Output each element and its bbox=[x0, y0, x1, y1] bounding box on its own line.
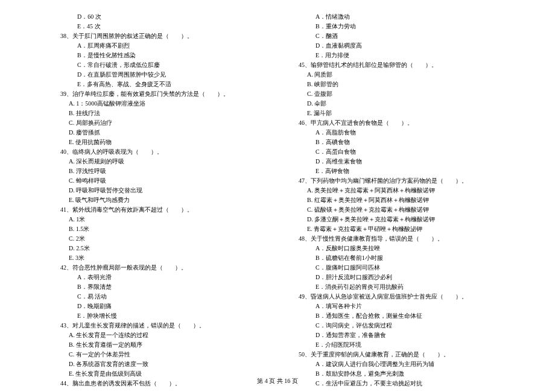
question-line: 48、关于慢性胃炎健康教育指导，错误的是（ ）。 bbox=[299, 234, 519, 244]
option-line: B．重体力劳动 bbox=[299, 22, 519, 31]
option-line: E．介绍医院环境 bbox=[299, 340, 519, 350]
option-line: D．血液黏稠度高 bbox=[299, 41, 519, 51]
option-line: C．询问病史，评估发病过程 bbox=[299, 321, 519, 330]
option-line: E. 漏斗部 bbox=[299, 109, 519, 118]
option-line: E．多有高热、寒战、全身疲乏不适 bbox=[60, 80, 281, 89]
option-line: E．45 次 bbox=[60, 22, 281, 31]
option-line: D. 呼吸和呼吸暂停交替出现 bbox=[60, 186, 281, 195]
option-line: C. 局部换药治疗 bbox=[60, 118, 281, 128]
option-line: E．用力排便 bbox=[299, 51, 519, 60]
option-line: C．酗酒 bbox=[299, 31, 519, 41]
option-line: E. 吸气和呼气均感费力 bbox=[60, 195, 281, 205]
question-line: 40、临终病人的呼吸表现为（ ）。 bbox=[60, 147, 281, 157]
option-line: D．60 次 bbox=[60, 12, 281, 22]
option-line: A．填写各种卡片 bbox=[299, 302, 519, 311]
option-line: E. 使用抗菌药物 bbox=[60, 138, 281, 147]
option-line: E．消炎药引起的胃炎可用抗酸药 bbox=[299, 282, 519, 292]
option-line: C. 2米 bbox=[60, 234, 281, 244]
option-line: C．腹痛时口服阿司匹林 bbox=[299, 263, 519, 273]
question-line: 42、符合恶性肿瘤局部一般表现的是（ ）。 bbox=[60, 263, 281, 273]
left-column: D．60 次E．45 次38、关于肛门周围脓肿的叙述正确的是（ ）。A．肛周疼痛… bbox=[60, 12, 293, 388]
option-line: D．在直肠肛管周围脓肿中较少见 bbox=[60, 70, 281, 80]
option-line: B. 挂线疗法 bbox=[60, 109, 281, 118]
option-line: C．高蛋白食物 bbox=[299, 147, 519, 157]
question-line: 45、输卵管结扎术的结扎部位是输卵管的（ ）。 bbox=[299, 60, 519, 70]
question-line: 41、紫外线消毒空气的有效距离不超过（ ）。 bbox=[60, 205, 281, 215]
option-line: C. 有一定的个体差异性 bbox=[60, 350, 281, 359]
option-line: B．硫糖铝在餐前1小时服 bbox=[299, 253, 519, 263]
option-line: D. 瘘管搔抓 bbox=[60, 128, 281, 138]
question-line: 46、甲亢病人不宜进食的食物是（ ）。 bbox=[299, 118, 519, 128]
option-line: D. 2.5米 bbox=[60, 244, 281, 253]
option-line: A. 奥美拉唑＋克拉霉素＋阿莫西林＋枸橼酸诺钾 bbox=[299, 186, 519, 195]
option-line: B．高碘食物 bbox=[299, 138, 519, 147]
option-line: E. 3米 bbox=[60, 253, 281, 263]
option-line: B. 红霉素＋奥美拉唑＋阿莫西林＋枸橼酸诺钾 bbox=[299, 195, 519, 205]
option-line: C. 硫酸镁＋奥美拉唑＋克拉霉素＋枸橼酸诺钾 bbox=[299, 205, 519, 215]
option-line: E. 青霉素＋克拉霉素＋甲硝唑＋枸橼酸泌钾 bbox=[299, 224, 519, 234]
option-line: E．肿块增长慢 bbox=[60, 311, 281, 321]
option-line: D．高维生素食物 bbox=[299, 157, 519, 166]
option-line: A. 深长而规则的呼吸 bbox=[60, 157, 281, 166]
page-content: D．60 次E．45 次38、关于肛门周围脓肿的叙述正确的是（ ）。A．肛周疼痛… bbox=[0, 0, 555, 388]
option-line: D. 多潘立酮＋奥美拉唑＋克拉霉素＋枸橼酸诺钾 bbox=[299, 215, 519, 224]
option-line: D．通知营养室，准备膳食 bbox=[299, 330, 519, 340]
option-line: C．易 活动 bbox=[60, 292, 281, 302]
right-column: A．情绪激动B．重体力劳动C．酗酒D．血液黏稠度高E．用力排便45、输卵管结扎术… bbox=[293, 12, 519, 388]
option-line: D. 各系统器官发育的速度一致 bbox=[60, 359, 281, 369]
question-line: 50、关于重度抑郁的病人健康教育，正确的是（ ）。 bbox=[299, 350, 519, 359]
option-line: A．肛周疼痛不剧烈 bbox=[60, 41, 281, 51]
option-line: A. 1米 bbox=[60, 215, 281, 224]
option-line: A．建议病人进行自我心理调整为主用药为辅 bbox=[299, 359, 519, 369]
option-line: B. 生长发育遵循一定的顺序 bbox=[60, 340, 281, 350]
option-line: A. 间质部 bbox=[299, 70, 519, 80]
question-line: 39、治疗单纯位肛瘘，能有效避免肛门失禁的方法是（ ）。 bbox=[60, 89, 281, 99]
option-line: B．是慢性化脓性感染 bbox=[60, 51, 281, 60]
option-line: C．常自行破溃，形成低位肛瘘 bbox=[60, 60, 281, 70]
question-line: 49、昏迷病人从急诊室被送入病室后值班护士首先应（ ）。 bbox=[299, 292, 519, 302]
option-line: C. 壶腹部 bbox=[299, 89, 519, 99]
option-line: A. 1：5000高锰酸钾溶液坐浴 bbox=[60, 99, 281, 109]
option-line: A. 生长发育是一个连续的过程 bbox=[60, 330, 281, 340]
option-line: B. 浮浅性呼吸 bbox=[60, 166, 281, 176]
option-line: D．胆汁反流时口服西沙必利 bbox=[299, 273, 519, 282]
option-line: A．表明光滑 bbox=[60, 273, 281, 282]
option-line: A．情绪激动 bbox=[299, 12, 519, 22]
option-line: D．晚期剧痛 bbox=[60, 302, 281, 311]
option-line: A．反酸时口服奥美拉唑 bbox=[299, 244, 519, 253]
question-line: 38、关于肛门周围脓肿的叙述正确的是（ ）。 bbox=[60, 31, 281, 41]
page-footer: 第 4 页 共 16 页 bbox=[0, 376, 555, 386]
option-line: B．通知医生，配合抢救，测量生命体征 bbox=[299, 311, 519, 321]
option-line: B. 峡部管的 bbox=[299, 80, 519, 89]
option-line: A．高脂肪食物 bbox=[299, 128, 519, 138]
option-line: E．高钾食物 bbox=[299, 166, 519, 176]
option-line: B．界限清楚 bbox=[60, 282, 281, 292]
option-line: B. 1.5米 bbox=[60, 224, 281, 234]
option-line: C. 蝉鸣样呼吸 bbox=[60, 176, 281, 186]
question-line: 43、对儿童生长发育规律的描述，错误的是（ ）。 bbox=[60, 321, 281, 330]
option-line: D. 伞部 bbox=[299, 99, 519, 109]
question-line: 47、下列药物中均为幽门螺杆菌的治疗方案药物的是（ ）。 bbox=[299, 176, 519, 186]
